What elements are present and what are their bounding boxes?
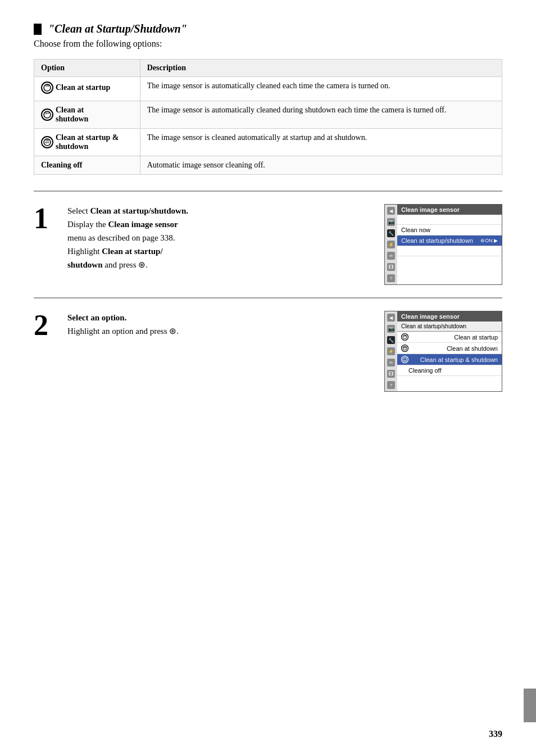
step-2-menu-screenshot: ◀ 📷 🔧 ⚡ ✏ 🎞 ? Clean image sensor Clean a… [384,311,502,392]
option-label-shutdown: Clean atshutdown [56,106,88,124]
sidebar-back-icon: ◀ [387,207,395,215]
step-1-menu-screenshot: ◀ 📷 🔧 ⚡ ✏ 🎞 ? Clean image sensor Clean n… [384,204,502,285]
step-2-text: Select an option. Highlight an option an… [67,311,373,338]
sidebar-wrench-icon: 🔧 [387,229,395,237]
svg-point-3 [42,109,53,120]
option-icon-on: ON Clean at startup [41,82,110,94]
option-label-startup: Clean at startup [56,83,110,92]
menu2-item-clean-startup: ON Clean at startup [397,332,502,343]
options-table: Option Description ON Clean at startup [34,59,502,175]
description-cell: The image sensor is automatically cleane… [140,101,502,129]
svg-text:OFF: OFF [45,112,50,115]
option-cell: ON Clean at startup [34,77,140,101]
svg-point-0 [42,82,53,93]
menu-item-clean-now: Clean now [397,225,502,236]
sidebar-film-icon: 🎞 [387,263,395,271]
menu2-item-cleaning-off: Cleaning off [397,365,502,376]
step-1-content: Select Clean at startup/shutdown. Displa… [67,204,373,274]
off-icon-small: OFF [401,345,408,352]
description-cell: Automatic image sensor cleaning off. [140,156,502,175]
menu2-item-clean-shutdown: OFF Clean at shutdown [397,343,502,354]
sidebar-question-icon: ? [387,274,395,282]
description-cell: The image sensor is cleaned automaticall… [140,129,502,156]
step-1-number: 1 [34,204,56,233]
sidebar2-question-icon: ? [387,381,395,389]
menu-item-label: Clean at startup/shutdown [401,237,473,244]
menu-item-value: ⊛ON ▶ [480,238,498,243]
off-icon: OFF [41,108,53,121]
sidebar-flash-icon: ⚡ [387,241,395,248]
section-title: "Clean at Startup/Shutdown" [34,22,502,35]
menu-sidebar-icons: ◀ 📷 🔧 ⚡ ✏ 🎞 ? [385,205,397,284]
page-tab [524,689,536,722]
option-cell: Cleaning off [34,156,140,175]
sidebar2-camera-icon: 📷 [387,325,395,333]
on-icon-small: ON [401,333,408,341]
menu-item-blank2 [397,246,502,256]
subtitle: Choose from the following options: [34,39,502,49]
both-icon-small: ON OFF [401,356,408,363]
title-block-icon [34,24,42,35]
section-title-text: "Clean at Startup/Shutdown" [48,22,187,35]
step-1: 1 Select Clean at startup/shutdown. Disp… [34,191,502,297]
option-icon-off: OFF Clean atshutdown [41,106,88,124]
col-header-description: Description [140,60,502,77]
sidebar2-custom-icon: ✏ [387,359,395,366]
step-2-number: 2 [34,311,56,340]
menu-item-clean-startup-shutdown: Clean at startup/shutdown ⊛ON ▶ [397,236,502,246]
table-row: ON OFF Clean at startup &shutdown The im… [34,129,502,156]
step-2: 2 Select an option. Highlight an option … [34,297,502,404]
col-header-option: Option [34,60,140,77]
svg-text:ON: ON [403,335,406,337]
option-cleaning-off: Cleaning off [41,161,83,170]
on-icon: ON [41,82,53,94]
svg-text:OFF: OFF [403,360,406,361]
menu2-sidebar-icons: ◀ 📷 🔧 ⚡ ✏ 🎞 ? [385,311,397,391]
menu-item-blank [397,215,502,225]
table-row: OFF Clean atshutdown The image sensor is… [34,101,502,129]
menu-body: Clean image sensor Clean now Clean at st… [397,205,502,284]
svg-text:OFF: OFF [403,347,407,349]
menu2-subtitle: Clean at startup/shutdown [397,322,502,332]
table-row: Cleaning off Automatic image sensor clea… [34,156,502,175]
both-icon: ON OFF [41,136,53,148]
option-label-both: Clean at startup &shutdown [56,133,119,151]
step-2-content: Select an option. Highlight an option an… [67,311,373,340]
option-cell: ON OFF Clean at startup &shutdown [34,129,140,156]
sidebar-camera-icon: 📷 [387,218,395,226]
description-cell: The image sensor is automatically cleane… [140,77,502,101]
menu2-item-clean-both: ON OFF Clean at startup & shutdown [397,354,502,365]
menu2-title: Clean image sensor [397,311,502,322]
menu2-sidebar-layout: ◀ 📷 🔧 ⚡ ✏ 🎞 ? Clean image sensor Clean a… [385,311,502,391]
sidebar2-back-icon: ◀ [387,314,395,322]
step-1-text: Select Clean at startup/shutdown. Displa… [67,204,373,271]
sidebar2-wrench-icon: 🔧 [387,336,395,344]
sidebar2-flash-icon: ⚡ [387,347,395,355]
page-number: 339 [489,729,502,739]
sidebar-custom-icon: ✏ [387,252,395,260]
svg-text:OFF: OFF [45,141,50,144]
sidebar2-film-icon: 🎞 [387,370,395,378]
menu2-body: Clean image sensor Clean at startup/shut… [397,311,502,391]
menu-sidebar-layout: ◀ 📷 🔧 ⚡ ✏ 🎞 ? Clean image sensor Clean n… [385,205,502,284]
option-cell: OFF Clean atshutdown [34,101,140,129]
menu-title-1: Clean image sensor [397,205,502,215]
svg-text:ON: ON [46,84,49,87]
table-row: ON Clean at startup The image sensor is … [34,77,502,101]
option-icon-both: ON OFF Clean at startup &shutdown [41,133,119,151]
